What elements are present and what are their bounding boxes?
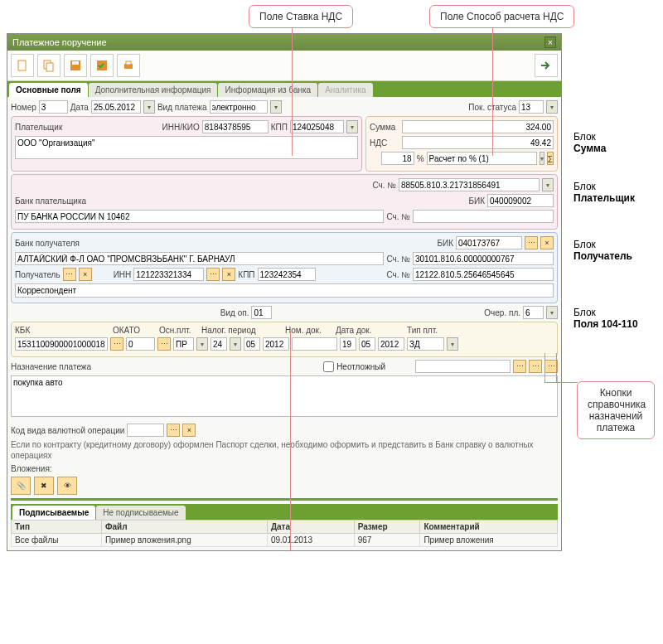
status-input[interactable] (519, 100, 544, 114)
print-button[interactable] (117, 54, 140, 77)
okato-label: ОКАТО (113, 326, 154, 335)
payer-acc2-label: Сч. № (386, 212, 410, 221)
pct-label: % (417, 154, 424, 163)
payee-inn-input[interactable] (133, 268, 204, 281)
tab-signed[interactable]: Подписываемые (12, 506, 95, 520)
currency-code-input[interactable] (127, 424, 164, 437)
payer-kpp-input[interactable] (290, 120, 344, 133)
table-row[interactable]: Все файлы Пример вложения.png 09.01.2013… (12, 534, 558, 547)
payer-org-textarea[interactable]: ООО "Организация" (15, 136, 358, 159)
tab-unsigned[interactable]: Не подписываемые (96, 506, 185, 520)
period-y-input[interactable] (263, 337, 289, 351)
payee-bik-input[interactable] (456, 236, 522, 249)
payer-acc2-input (413, 210, 554, 223)
currency-ref-button[interactable]: ⋯ (167, 424, 180, 437)
type-picker-icon[interactable]: ▾ (447, 337, 458, 351)
kind-picker-icon[interactable]: ▾ (270, 100, 282, 114)
fields-104-110-block: КБК ОКАТО Осн.плт. Налог. период Ном. до… (11, 322, 558, 357)
side-label-sum: БлокСумма (573, 131, 606, 154)
side-label-f104: БлокПоля 104-110 (573, 307, 638, 330)
op-kind-input[interactable] (251, 306, 272, 319)
nds-calc-picker-icon[interactable]: ▾ (540, 152, 544, 165)
period-m-input[interactable] (244, 337, 260, 351)
currency-note: Если по контракту (кредитному договору) … (11, 439, 558, 461)
type-input[interactable] (407, 337, 444, 351)
send-button[interactable] (535, 54, 558, 77)
queue-input[interactable] (523, 306, 544, 319)
okato-input[interactable] (126, 337, 155, 351)
payment-order-window: Платежное поручение × Основные поля Допо… (7, 33, 562, 551)
period-d-picker-icon[interactable]: ▾ (230, 337, 241, 351)
attach-view-button[interactable]: 👁 (57, 477, 77, 495)
save-check-button[interactable] (90, 54, 114, 77)
osn-input[interactable] (173, 337, 194, 351)
kpp-picker-icon[interactable]: ▾ (346, 120, 358, 133)
kbk-input[interactable] (15, 337, 108, 351)
col-type[interactable]: Тип (12, 521, 102, 534)
payee-acc2-input[interactable] (413, 268, 554, 281)
number-label: Номер (11, 103, 36, 112)
payee-acc-input[interactable] (413, 252, 554, 265)
payee-bik-ref-button[interactable]: ⋯ (525, 236, 538, 249)
save-button[interactable] (64, 54, 87, 77)
queue-picker-icon[interactable]: ▾ (546, 306, 558, 319)
date-picker-icon[interactable]: ▾ (143, 100, 155, 114)
payer-label: Плательщик (15, 123, 62, 132)
payee-kpp-input[interactable] (258, 268, 316, 281)
payer-bik-input[interactable] (487, 194, 554, 207)
payee-bank-input[interactable] (15, 252, 384, 265)
payer-inn-input[interactable] (202, 120, 269, 133)
attachments-grid: Тип Файл Дата Размер Комментарий Все фай… (11, 520, 558, 547)
tab-extra[interactable]: Дополнительная информация (89, 83, 218, 97)
payer-acc-input[interactable] (399, 178, 540, 191)
col-comment[interactable]: Комментарий (420, 521, 558, 534)
payer-acc-picker-icon[interactable]: ▾ (542, 178, 554, 191)
callout-purpose-buttons: Кнопки справочника назначений платежа (577, 381, 655, 439)
attach-remove-button[interactable]: ✖ (34, 477, 54, 495)
payee-corr-textarea[interactable]: Корреспондент (15, 283, 554, 298)
docdate-y-input[interactable] (378, 337, 404, 351)
purpose-textarea[interactable]: покупка авто (11, 375, 558, 417)
osn-label: Осн.плт. (159, 326, 196, 335)
copy-button[interactable] (37, 54, 60, 77)
kind-input[interactable] (210, 100, 268, 114)
number-input[interactable] (39, 100, 68, 114)
date-input[interactable] (91, 100, 141, 114)
nds-calc-button[interactable]: ∑ (547, 152, 554, 165)
nds-calc-input[interactable] (427, 152, 537, 165)
doc-input[interactable] (292, 337, 337, 351)
tab-bank[interactable]: Информация из банка (218, 83, 317, 97)
nds-rate-input[interactable] (381, 152, 414, 165)
col-size[interactable]: Размер (354, 521, 420, 534)
period-d-input[interactable] (211, 337, 227, 351)
col-file[interactable]: Файл (101, 521, 267, 534)
payee-inn-ref-button[interactable]: ⋯ (206, 268, 220, 281)
purpose-ref2-button[interactable]: ⋯ (529, 360, 542, 373)
svg-rect-0 (18, 61, 26, 70)
payee-inn-label: ИНН (114, 270, 132, 279)
kbk-ref-button[interactable]: ⋯ (110, 337, 123, 351)
payee-clear-button[interactable]: × (79, 268, 92, 281)
titlebar: Платежное поручение × (7, 34, 561, 51)
payee-bank-label: Банк получателя (15, 239, 80, 248)
osn-picker-icon[interactable]: ▾ (196, 337, 208, 351)
okato-ref-button[interactable]: ⋯ (157, 337, 171, 351)
sign-tabs: Подписываемые Не подписываемые (11, 504, 558, 520)
currency-clear-button[interactable]: × (182, 424, 196, 437)
sum-input[interactable] (402, 120, 554, 133)
col-date[interactable]: Дата (267, 521, 354, 534)
payee-bik-clear-button[interactable]: × (540, 236, 554, 249)
sum-block: Сумма НДС % ▾ ∑ (365, 116, 558, 172)
payee-inn-clear-button[interactable]: × (222, 268, 235, 281)
payee-label: Получатель (15, 270, 60, 279)
urgent-checkbox[interactable]: Неотложный (323, 361, 385, 372)
docdate-m-input[interactable] (359, 337, 375, 351)
new-button[interactable] (11, 54, 34, 77)
close-button[interactable]: × (544, 36, 556, 48)
attach-add-button[interactable]: 📎 (11, 477, 31, 495)
tab-main[interactable]: Основные поля (9, 83, 88, 97)
status-picker-icon[interactable]: ▾ (546, 100, 558, 114)
purpose-ref1-button[interactable]: ⋯ (513, 360, 526, 373)
docdate-d-input[interactable] (340, 337, 356, 351)
payee-ref-button[interactable]: ⋯ (63, 268, 76, 281)
